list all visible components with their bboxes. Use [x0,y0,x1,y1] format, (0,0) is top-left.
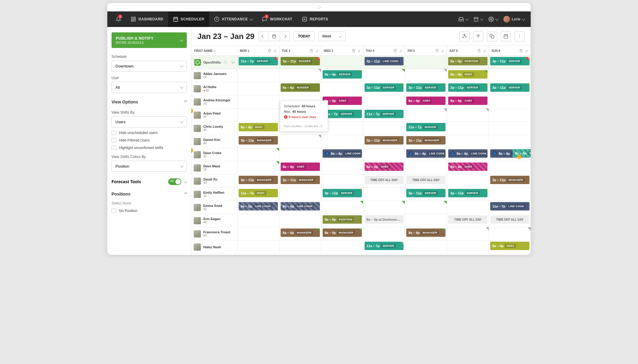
shift-cell[interactable] [237,227,279,240]
hide-filtered-checkbox[interactable]: Hide Filtered Users [112,138,187,142]
nav-attendance[interactable]: ATTENDANCE [209,11,258,27]
shift-cell[interactable]: TIME OFF ALL DAY [363,175,405,187]
view-options-header[interactable]: View Options [112,100,187,106]
shift-block[interactable]: 3p – 11pMANAGER [365,136,404,145]
shift-cell[interactable]: 👤8a – 4pLINE COOK [405,148,447,161]
view-select[interactable]: Week [318,31,345,41]
shift-block[interactable]: 8a – 4pMANAGER [323,228,362,237]
shift-cell[interactable]: 8a – 4p at Dowtown… [363,214,405,227]
shift-cell[interactable] [237,214,279,227]
timeoff-block[interactable]: TIME OFF ALL DAY [448,215,487,224]
publish-button[interactable]: PUBLISH & NOTIFY ENTIRE SCHEDULE [112,32,187,48]
drag-shift[interactable]: 8a – 4pSERVER [513,149,531,157]
shift-cell[interactable]: 9a – 5pLINE COOK [237,201,279,214]
day-header[interactable]: TUE 2 [279,46,321,55]
note-icon[interactable] [441,49,444,52]
shift-cell[interactable] [363,95,405,108]
shift-block[interactable]: 8a – 4pHOST [239,123,278,131]
shift-block[interactable]: 3p – 11pSERVER2 [490,57,529,65]
shift-block[interactable]: 11a – 7pLINE COOK [490,202,529,210]
shift-cell[interactable] [405,69,447,82]
shift-block[interactable]: 8a – 4pLINE COOK [281,202,320,210]
shift-cell[interactable]: 8a – 4pMANAGER [321,227,363,240]
shift-cell[interactable]: 3p – 11pMANAGER [237,135,279,148]
shift-cell[interactable]: 3p – 11pSERVER [363,82,405,95]
shift-cell[interactable]: 8a – 4pCHEF [279,161,321,174]
note-icon[interactable] [315,49,319,52]
shift-cell[interactable]: 8a – 4pCHEF [363,161,405,174]
shift-cell[interactable]: 3p – 11pSERVER [447,82,489,95]
shift-cell[interactable] [321,175,363,187]
shift-cell[interactable]: 3p – 11pSERVER2 [489,56,531,69]
user-label[interactable]: Emily Hafften32 [191,188,237,201]
shift-block[interactable]: 8a – 4pMANAGER [281,228,320,237]
shift-cell[interactable]: TIME OFF ALL DAY [447,214,489,227]
name-column-header[interactable]: FIRST NAME [191,46,237,55]
note-icon[interactable] [399,49,402,52]
shift-block[interactable]: 3p – 11pSERVER [490,83,529,92]
today-button[interactable]: TODAY [294,31,315,41]
shift-cell[interactable] [447,227,489,240]
shift-cell[interactable] [237,240,279,253]
shift-cell[interactable] [447,122,489,135]
shift-cell[interactable]: 3p – 11pSERVER [405,82,447,95]
shift-cell[interactable] [489,161,531,174]
shift-cell[interactable]: 👤8a – 4pLINE COOK [321,148,363,161]
user-label[interactable]: Erin Eagan40 [191,214,237,227]
shift-cell[interactable] [363,69,405,82]
shift-cell[interactable]: 3p – 11pSERVER [405,188,447,201]
shift-cell[interactable] [447,109,489,121]
shift-cell[interactable]: 8a – 4pCHEF [447,161,489,174]
clipboard-icon[interactable] [352,49,355,52]
shift-cell[interactable] [237,148,279,161]
shift-cell[interactable] [405,240,447,253]
forecast-toggle[interactable]: ON [168,178,181,185]
shift-cell[interactable]: 8a – 4pMANAGER [405,227,447,240]
clipboard-icon[interactable] [268,49,271,52]
shift-cell[interactable] [279,135,321,148]
select-none-link[interactable]: Select None [112,201,187,205]
shift-cell[interactable] [279,148,321,161]
shift-cell[interactable] [489,227,531,240]
shift-block[interactable]: 11a – 7pSERVER [323,110,362,118]
help-icon[interactable]: ? [223,61,227,64]
shift-block[interactable]: 3p – 11pBUSSER3 [281,57,320,65]
day-header[interactable]: FRI 5 [405,46,447,55]
shift-cell[interactable]: 3p – 11pMANAGER [363,135,405,148]
shift-block[interactable]: 8a – 4pCHEF [448,97,487,105]
user-label[interactable]: Dave Croke40 [191,148,237,161]
more-button[interactable] [514,31,525,41]
timeoff-block[interactable]: TIME OFF ALL DAY [365,176,404,184]
clipboard-icon[interactable] [519,49,523,52]
day-header[interactable]: SAT 6 [447,46,489,55]
user-select[interactable]: All [112,82,187,93]
day-header[interactable]: MON 1 [237,46,279,55]
day-header[interactable]: WED 3 [321,46,363,55]
nav-dashboard[interactable]: DASHBOARD [126,11,168,27]
user-label[interactable]: Haley Nash [191,240,237,253]
shift-block[interactable]: 3p – 11pMANAGER [406,136,446,145]
day-header[interactable]: SUN 8 [489,46,531,55]
clipboard-icon[interactable] [435,49,439,52]
help-icon[interactable]: ? [320,124,323,128]
shift-cell[interactable] [447,201,489,214]
openshifts-label[interactable]: OpenShifts ? [191,56,237,69]
shift-cell[interactable] [321,135,363,148]
nav-store[interactable] [473,16,483,22]
shift-cell[interactable] [405,109,447,121]
chevron-down-icon[interactable] [231,60,234,63]
shift-cell[interactable] [321,82,363,95]
shift-cell[interactable]: 3p – 11pSERVER [489,82,531,95]
user-label[interactable]: Chris Loxely40 [191,122,237,135]
note-icon[interactable] [483,49,486,52]
shift-cell[interactable]: 3p – 11pSERVER [447,188,489,201]
shift-block[interactable]: 8a – 4pHOST [448,70,487,79]
view-shifts-by-select[interactable]: Users [112,116,187,127]
shift-cell[interactable] [279,240,321,253]
user-label[interactable]: Francesca Troast40 [191,227,237,240]
shift-block[interactable]: 8a – 4pBUSSER [281,83,320,92]
shift-cell[interactable]: 8a – 4pSERVER [321,69,363,82]
shift-block[interactable]: 8a – 4pCHEF [448,163,487,171]
nav-user-menu[interactable]: Lorie [503,16,525,22]
shift-cell[interactable] [405,161,447,174]
